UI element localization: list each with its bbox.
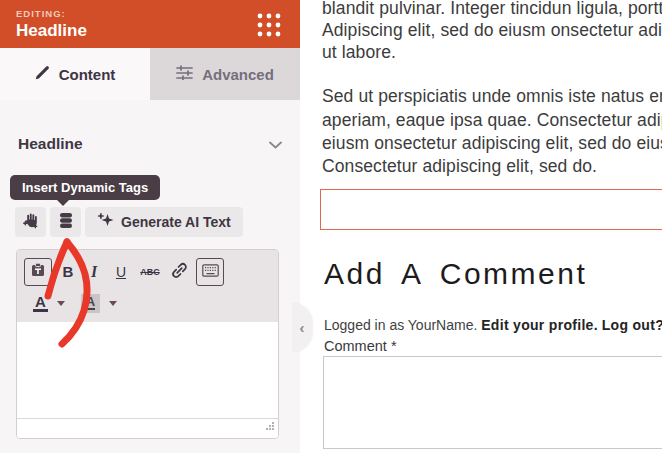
generate-ai-text-button[interactable]: Generate AI Text <box>85 207 243 237</box>
keyboard-icon <box>202 264 219 280</box>
preview-paragraph-line: Adipiscing elit, sed do eiusm onsectetur… <box>322 20 662 41</box>
preview-paragraph-line: Consectetur adipiscing elit, sed do. <box>322 156 597 177</box>
insert-dynamic-tags-button[interactable] <box>50 207 81 237</box>
rich-text-editor: B I U ABC <box>16 249 279 439</box>
preview-paragraph-line: ut labore. <box>322 42 396 63</box>
tab-content-label: Content <box>59 66 116 83</box>
field-action-buttons: Generate AI Text <box>15 207 243 237</box>
preview-paragraph-line: aperiam, eaque ipsa quae. Consectetur ad… <box>322 110 662 131</box>
comment-textarea[interactable] <box>323 356 662 449</box>
comment-field-label: Comment * <box>324 338 397 354</box>
editor-status-bar <box>17 418 278 438</box>
sparkles-icon <box>97 212 114 232</box>
edit-profile-link[interactable]: Edit your profile. <box>481 317 598 333</box>
preview-paragraph-line: blandit pulvinar. Integer tincidun ligul… <box>322 0 662 19</box>
tab-content[interactable]: Content <box>0 48 150 100</box>
link-button[interactable] <box>165 261 193 283</box>
resize-grip-icon[interactable] <box>265 417 275 435</box>
highlight-color-caret-icon[interactable] <box>109 301 117 306</box>
sliders-icon <box>176 65 193 83</box>
sidebar-header: EDITING: Headline <box>0 0 300 48</box>
generate-ai-text-label: Generate AI Text <box>121 214 231 230</box>
hand-icon <box>22 212 39 232</box>
highlight-letter: A <box>86 296 95 310</box>
page-preview: blandit pulvinar. Integer tincidun ligul… <box>300 0 662 453</box>
editor-text-area[interactable] <box>17 322 278 418</box>
text-color-caret-icon[interactable] <box>57 301 65 306</box>
chevron-left-icon: ‹ <box>300 320 305 335</box>
headline-section-header[interactable]: Headline <box>18 133 282 155</box>
logged-in-text: Logged in as YourName. <box>324 317 481 333</box>
headline-section-title: Headline <box>18 135 83 153</box>
preview-paragraph-line: eiusm onsectetur adipiscing elit, sed do… <box>322 133 662 154</box>
highlight-color-button[interactable]: A <box>81 294 100 313</box>
preview-paragraph-line: Sed ut perspiciatis unde omnis iste natu… <box>322 86 662 107</box>
bold-button[interactable]: B <box>55 263 81 280</box>
sidebar-tabs: Content Advanced <box>0 48 300 100</box>
selected-headline-widget-outline[interactable] <box>320 189 662 230</box>
smart-text-button[interactable] <box>15 207 46 237</box>
clipboard-text-icon <box>30 262 46 281</box>
tooltip-caret <box>56 199 70 206</box>
paste-as-text-button[interactable] <box>24 258 52 286</box>
tooltip-text: Insert Dynamic Tags <box>22 180 148 195</box>
widgets-grid-icon[interactable] <box>256 12 282 38</box>
text-color-button[interactable]: A <box>33 295 48 312</box>
strikethrough-button[interactable]: ABC <box>135 267 165 277</box>
page-builder-app: EDITING: Headline Content <box>0 0 662 453</box>
log-out-link[interactable]: Log out? <box>602 317 662 333</box>
editing-widget-title: Headline <box>16 21 87 41</box>
comment-login-meta: Logged in as YourName. Edit your profile… <box>324 317 662 333</box>
add-a-comment-heading: Add A Comment <box>324 257 587 291</box>
underline-button[interactable]: U <box>107 264 135 280</box>
editor-toolbar: B I U ABC <box>17 250 278 322</box>
keyboard-shortcuts-button[interactable] <box>196 258 224 286</box>
settings-sidebar: EDITING: Headline Content <box>0 0 300 453</box>
link-icon <box>170 261 189 283</box>
italic-button[interactable]: I <box>81 263 107 281</box>
pencil-icon <box>35 65 50 83</box>
tab-advanced[interactable]: Advanced <box>150 48 300 100</box>
editing-label: EDITING: <box>16 8 87 19</box>
tab-advanced-label: Advanced <box>202 66 274 83</box>
chevron-down-icon[interactable] <box>269 135 282 153</box>
insert-dynamic-tags-tooltip: Insert Dynamic Tags <box>10 175 160 200</box>
database-icon <box>58 212 74 232</box>
